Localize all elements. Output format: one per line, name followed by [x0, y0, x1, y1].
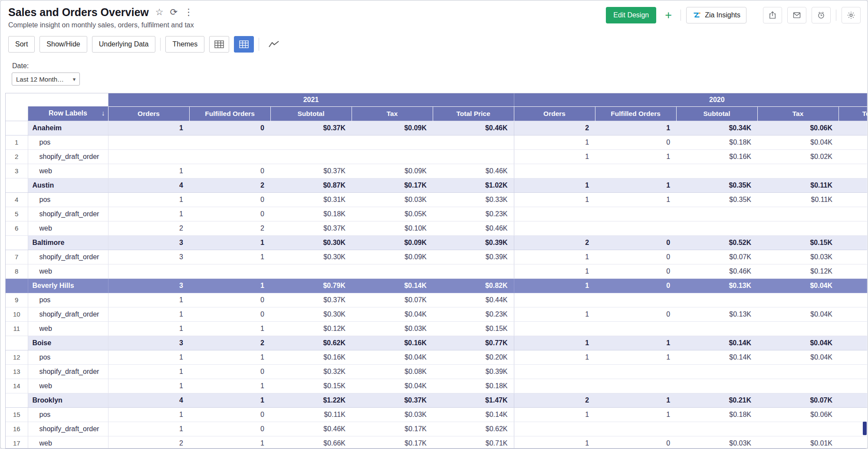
value-cell[interactable]: $0.35K	[676, 192, 757, 207]
settings-button[interactable]	[842, 7, 861, 23]
row-label-cell[interactable]: pos	[28, 293, 108, 307]
value-cell[interactable]: 1	[189, 235, 270, 250]
value-cell[interactable]: 0	[595, 436, 676, 449]
table-row[interactable]: 13shopify_draft_order10$0.32K$0.08K$0.39…	[6, 364, 867, 379]
value-cell[interactable]: 1	[189, 350, 270, 364]
value-cell[interactable]: 0	[189, 164, 270, 178]
value-cell[interactable]	[595, 207, 676, 221]
row-label-cell[interactable]: Austin	[28, 178, 108, 192]
value-cell[interactable]	[676, 422, 757, 436]
value-cell[interactable]: $0.30K	[270, 307, 352, 321]
value-cell[interactable]: 0	[189, 364, 270, 379]
column-header-tax-2020[interactable]: Tax	[757, 106, 838, 121]
value-cell[interactable]	[595, 321, 676, 336]
value-cell[interactable]	[514, 164, 595, 178]
table-row[interactable]: 16shopify_draft_order10$0.46K$0.17K$0.62…	[6, 422, 867, 436]
value-cell[interactable]: 1	[108, 121, 189, 135]
value-cell[interactable]: 1	[514, 350, 595, 364]
column-header-orders-2021[interactable]: Orders	[108, 106, 189, 121]
row-label-cell[interactable]: Brooklyn	[28, 393, 108, 407]
value-cell[interactable]	[514, 379, 595, 393]
value-cell[interactable]: $0.11K	[270, 407, 352, 422]
value-cell[interactable]	[595, 164, 676, 178]
value-cell[interactable]: $0.09K	[352, 164, 433, 178]
value-cell[interactable]: 1	[595, 350, 676, 364]
value-cell[interactable]: 1	[514, 250, 595, 264]
table-row[interactable]: 2shopify_draft_order11$0.16K$0.02K	[6, 149, 867, 164]
value-cell[interactable]: $0.04K	[352, 379, 433, 393]
value-cell[interactable]: 1	[514, 336, 595, 350]
value-cell[interactable]	[189, 264, 270, 278]
value-cell[interactable]	[433, 264, 514, 278]
value-cell[interactable]: $0.11K	[757, 192, 838, 207]
value-cell[interactable]: $0.46K	[676, 264, 757, 278]
column-header-subtotal-2020[interactable]: Subtotal	[676, 106, 757, 121]
value-cell[interactable]: 0	[189, 307, 270, 321]
value-cell[interactable]	[595, 422, 676, 436]
value-cell[interactable]: $0.32K	[270, 364, 352, 379]
row-label-cell[interactable]: pos	[28, 350, 108, 364]
value-cell[interactable]: 1	[514, 178, 595, 192]
value-cell[interactable]	[514, 221, 595, 235]
row-label-cell[interactable]: shopify_draft_order	[28, 149, 108, 164]
value-cell[interactable]: 0	[189, 422, 270, 436]
date-filter-dropdown[interactable]: Last 12 Month… ▾	[12, 73, 80, 86]
value-cell[interactable]: $1.22K	[270, 393, 352, 407]
row-label-cell[interactable]: web	[28, 221, 108, 235]
table-row[interactable]: 3web10$0.37K$0.09K$0.46K	[6, 164, 867, 178]
value-cell[interactable]: $0.37K	[270, 164, 352, 178]
value-cell[interactable]: 1	[108, 407, 189, 422]
value-cell[interactable]: 1	[108, 321, 189, 336]
table-row[interactable]: 11web11$0.12K$0.03K$0.15K	[6, 321, 867, 336]
row-label-cell[interactable]: pos	[28, 192, 108, 207]
value-cell[interactable]	[514, 293, 595, 307]
column-header-total-price-2021[interactable]: Total Price	[433, 106, 514, 121]
show-hide-button[interactable]: Show/Hide	[39, 36, 87, 53]
value-cell[interactable]: $0.05K	[352, 207, 433, 221]
value-cell[interactable]	[757, 207, 838, 221]
themes-button[interactable]: Themes	[165, 36, 204, 53]
value-cell[interactable]: $0.09K	[352, 235, 433, 250]
table-row[interactable]: 14web11$0.15K$0.04K$0.18K	[6, 379, 867, 393]
value-cell[interactable]: $0.16K	[270, 350, 352, 364]
value-cell[interactable]: $0.12K	[757, 264, 838, 278]
value-cell[interactable]: 1	[108, 307, 189, 321]
value-cell[interactable]: 1	[595, 178, 676, 192]
value-cell[interactable]: $0.04K	[757, 278, 838, 293]
value-cell[interactable]: $0.14K	[676, 336, 757, 350]
group-row[interactable]: Anaheim10$0.37K$0.09K$0.46K21$0.34K$0.06…	[6, 121, 867, 135]
value-cell[interactable]: $0.66K	[270, 436, 352, 449]
value-cell[interactable]	[270, 149, 352, 164]
value-cell[interactable]: 1	[514, 264, 595, 278]
value-cell[interactable]: $0.07K	[676, 250, 757, 264]
value-cell[interactable]: $0.39K	[433, 235, 514, 250]
value-cell[interactable]: $0.18K	[676, 407, 757, 422]
vertical-scrollbar[interactable]	[862, 93, 867, 449]
value-cell[interactable]: $0.46K	[270, 422, 352, 436]
value-cell[interactable]	[757, 293, 838, 307]
value-cell[interactable]	[189, 135, 270, 149]
value-cell[interactable]	[270, 135, 352, 149]
value-cell[interactable]	[433, 149, 514, 164]
value-cell[interactable]: $0.08K	[352, 364, 433, 379]
value-cell[interactable]: $0.39K	[433, 364, 514, 379]
value-cell[interactable]: 2	[514, 121, 595, 135]
row-label-cell[interactable]: web	[28, 321, 108, 336]
value-cell[interactable]: $0.13K	[676, 307, 757, 321]
value-cell[interactable]: 2	[514, 393, 595, 407]
value-cell[interactable]: $0.17K	[352, 422, 433, 436]
value-cell[interactable]: $0.14K	[676, 350, 757, 364]
value-cell[interactable]: 1	[595, 149, 676, 164]
value-cell[interactable]: $0.04K	[757, 135, 838, 149]
row-label-cell[interactable]: web	[28, 379, 108, 393]
value-cell[interactable]: $0.21K	[676, 393, 757, 407]
value-cell[interactable]: $0.16K	[676, 149, 757, 164]
value-cell[interactable]	[352, 264, 433, 278]
value-cell[interactable]: $0.16K	[352, 336, 433, 350]
value-cell[interactable]	[433, 135, 514, 149]
value-cell[interactable]: 0	[189, 293, 270, 307]
value-cell[interactable]: $0.52K	[676, 235, 757, 250]
value-cell[interactable]	[757, 164, 838, 178]
value-cell[interactable]: $0.09K	[352, 250, 433, 264]
value-cell[interactable]: $0.03K	[352, 321, 433, 336]
